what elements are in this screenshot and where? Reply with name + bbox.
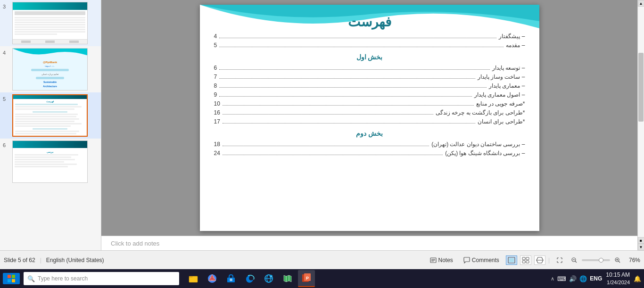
toc-dots-5: [219, 87, 487, 88]
search-bar[interactable]: 🔍 Type here to search: [24, 272, 179, 285]
tray-icons: ∧ ⌨ 🔊 🌐 ENG: [551, 275, 602, 282]
scroll-track[interactable]: [638, 7, 644, 237]
notes-button[interactable]: Notes: [426, 256, 457, 264]
tray-network-icon[interactable]: 🌐: [579, 275, 587, 282]
slide-number-5: 5: [3, 94, 10, 102]
windows-logo-icon: [8, 275, 15, 282]
tray-chevron-icon[interactable]: ∧: [551, 276, 554, 282]
slide-thumb-3: [12, 2, 88, 44]
toc-dots-9: [223, 123, 475, 123]
svg-rect-5: [509, 258, 514, 262]
status-sep-2: |: [548, 257, 550, 263]
comments-button[interactable]: Comments: [460, 256, 503, 264]
maps-icon: [283, 274, 292, 283]
zoom-out-button[interactable]: [570, 256, 579, 264]
slide-item-5[interactable]: 5 فهرست: [0, 92, 101, 139]
toc-item-5: – معماری پایدار 8: [214, 82, 525, 89]
language-info: English (United States): [46, 257, 104, 263]
slide-thumb-5: فهرست: [12, 94, 88, 137]
edge-icon: [245, 274, 255, 283]
scrollbar-vertical[interactable]: ▲ ■ ▼: [637, 0, 644, 250]
svg-rect-21: [12, 279, 15, 282]
thumb4-text1: Sustainable: [43, 81, 57, 83]
zoom-slider-container[interactable]: [582, 259, 610, 261]
taskbar-store[interactable]: ⊞: [223, 270, 239, 287]
toc-item-11: – بررسی دانشگاه شینگ هوا (پکن) 24: [214, 150, 525, 156]
toc-item-7: *صرفه جویی در منابع 10: [214, 100, 525, 107]
normal-view-button[interactable]: [506, 255, 517, 265]
tray-keyboard-icon[interactable]: ⌨: [557, 275, 566, 282]
thumb4-url: https://..../...: [45, 65, 55, 67]
toc-num-8: 16: [214, 109, 220, 116]
toc-num-2: 5: [214, 42, 217, 49]
svg-marker-35: [284, 275, 291, 282]
toc-item-1: – پیشگفتار 4: [214, 33, 525, 40]
tray-language: ENG: [590, 275, 602, 282]
toc-section-1: بخش اول: [214, 53, 525, 61]
system-tray: ∧ ⌨ 🔊 🌐 ENG 10:15 AM 1/24/2024 🔔: [551, 271, 641, 286]
slide-number-6: 6: [3, 140, 10, 148]
toc-num-11: 24: [214, 150, 220, 156]
slide-item-6[interactable]: 6 بررسی: [0, 139, 101, 185]
toc-item-8: *طراحی برای بازگشت به چرخه زندگی 16: [214, 109, 525, 116]
slide-sorter-button[interactable]: [520, 255, 531, 265]
zoom-thumb[interactable]: [599, 258, 603, 263]
file-explorer-icon: [189, 274, 198, 283]
slide-sorter-icon: [522, 257, 529, 263]
search-input[interactable]: Type here to search: [38, 275, 88, 282]
taskbar-ie[interactable]: e: [260, 270, 277, 287]
svg-line-13: [575, 261, 577, 263]
svg-text:⊞: ⊞: [230, 278, 232, 281]
scroll-thumb[interactable]: [638, 53, 644, 122]
svg-line-17: [619, 261, 620, 263]
clock-time: 10:15 AM: [606, 271, 630, 279]
zoom-out-icon: [571, 257, 577, 263]
status-sep-1: |: [40, 257, 41, 263]
slide-canvas-wrapper: فهرست – پیشگفتار 4 – مقدمه: [101, 0, 637, 236]
reading-view-button[interactable]: [534, 255, 545, 265]
taskbar-maps[interactable]: [279, 270, 296, 287]
slide-canvas: فهرست – پیشگفتار 4 – مقدمه: [200, 5, 539, 231]
start-button[interactable]: [3, 273, 20, 284]
toc-num-10: 18: [214, 141, 220, 148]
taskbar-edge[interactable]: [241, 270, 258, 287]
svg-rect-19: [12, 275, 15, 278]
zoom-in-button[interactable]: [613, 256, 622, 264]
taskbar-file-explorer[interactable]: [185, 270, 202, 287]
taskbar-chrome[interactable]: [204, 270, 221, 287]
toc-text-10: – بررسی ساختمان دیوان عدالت (تهران): [431, 141, 525, 148]
svg-rect-6: [522, 257, 525, 260]
toc-text-4: – ساخت وساز پایدار: [478, 74, 525, 80]
status-left: Slide 5 of 62 | English (United States): [4, 257, 104, 263]
notification-icon[interactable]: 🔔: [634, 275, 641, 282]
scroll-middle-button[interactable]: ■: [638, 237, 644, 244]
slide-number-4: 4: [3, 48, 10, 56]
store-icon: ⊞: [226, 274, 236, 283]
toc-num-9: 17: [214, 118, 220, 125]
main-slide-area: فهرست – پیشگفتار 4 – مقدمه: [101, 0, 637, 250]
notes-area[interactable]: Click to add notes: [101, 236, 637, 250]
slide-thumb-6: بررسی: [12, 140, 88, 183]
comments-icon: [463, 257, 470, 263]
zoom-slider[interactable]: [582, 259, 610, 261]
toc-item-4: – ساخت وساز پایدار 7: [214, 74, 525, 80]
scroll-up-button[interactable]: ▲: [638, 0, 644, 7]
thumb5-title: فهرست: [13, 99, 87, 103]
fit-window-button[interactable]: [553, 256, 567, 264]
toc-num-6: 9: [214, 91, 217, 98]
comments-label: Comments: [472, 257, 499, 263]
ie-icon: e: [264, 274, 273, 283]
taskbar-powerpoint[interactable]: P: [298, 270, 315, 287]
toc-dots-6: [219, 96, 472, 97]
slide-item-3[interactable]: 3: [0, 0, 101, 46]
clock[interactable]: 10:15 AM 1/24/2024: [606, 271, 630, 286]
slide-item-4[interactable]: 4 @PptBank https://..../... تعلیم درپ: [0, 46, 101, 92]
slide-title: فهرست: [200, 14, 539, 30]
toc-num-5: 8: [214, 82, 217, 89]
svg-rect-20: [8, 279, 11, 282]
toc-text-7: *صرفه جویی در منابع: [476, 100, 525, 107]
tray-speaker-icon[interactable]: 🔊: [569, 275, 577, 282]
app-container: 3: [0, 0, 644, 288]
scroll-down-button[interactable]: ▼: [638, 244, 644, 250]
slide-number-3: 3: [3, 2, 10, 9]
